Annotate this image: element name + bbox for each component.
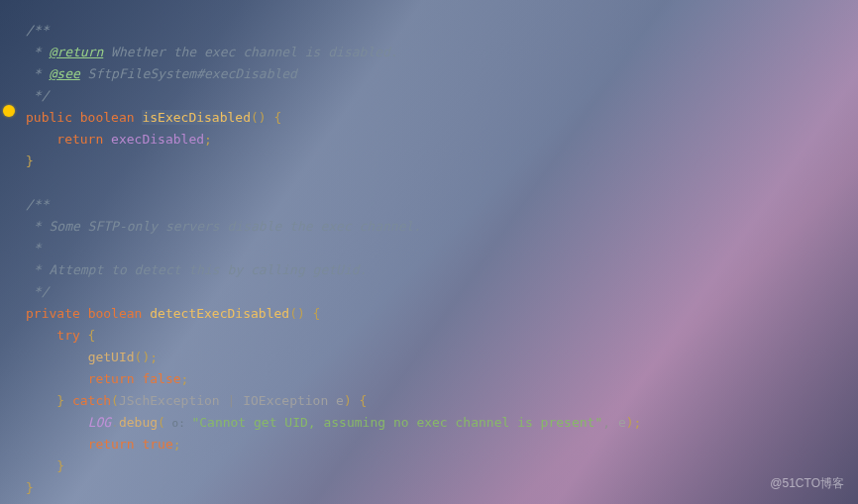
code-line: * bbox=[26, 238, 858, 259]
watermark-text: @51CTO博客 bbox=[770, 475, 844, 492]
code-line: * @see SftpFileSystem#execDisabled bbox=[26, 63, 858, 85]
code-line: } bbox=[26, 455, 858, 477]
code-line: } catch(JSchException | IOException e) { bbox=[26, 390, 858, 412]
code-line: try { bbox=[26, 325, 858, 347]
code-line: return execDisabled; bbox=[26, 129, 858, 151]
code-editor[interactable]: /** * @return Whether the exec channel i… bbox=[0, 0, 858, 499]
code-line: getUId(); bbox=[26, 347, 858, 368]
code-line: */ bbox=[26, 85, 858, 107]
code-line: } bbox=[26, 477, 858, 499]
code-line: LOG.debug( o: "Cannot get UID, assuming … bbox=[26, 412, 858, 434]
code-line: /** bbox=[26, 194, 858, 216]
code-line: */ bbox=[26, 281, 858, 303]
code-line bbox=[26, 172, 858, 194]
code-line: return false; bbox=[26, 368, 858, 390]
code-line: * @return Whether the exec channel is di… bbox=[26, 42, 858, 63]
code-line: public boolean isExecDisabled() { bbox=[26, 107, 858, 129]
code-line: } bbox=[26, 151, 858, 172]
code-line: * Attempt to detect this by calling getU… bbox=[26, 259, 858, 281]
code-line: private boolean detectExecDisabled() { bbox=[26, 303, 858, 325]
code-line: /** bbox=[26, 20, 858, 42]
code-line: * Some SFTP-only servers disable the exe… bbox=[26, 216, 858, 238]
code-line: return true; bbox=[26, 434, 858, 455]
